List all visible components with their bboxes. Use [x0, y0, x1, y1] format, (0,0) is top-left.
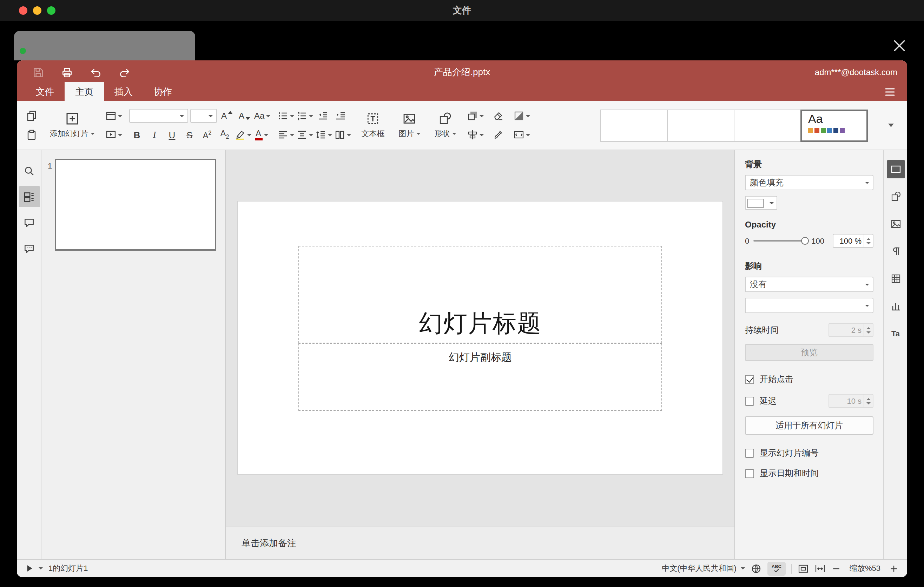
redo-icon[interactable] — [119, 66, 130, 78]
font-name-select[interactable] — [129, 109, 188, 123]
print-icon[interactable] — [61, 66, 73, 78]
show-date-time-row[interactable]: 显示日期和时间 — [745, 468, 873, 480]
undo-icon[interactable] — [90, 66, 102, 78]
search-button[interactable] — [18, 160, 40, 181]
clear-style-button[interactable] — [490, 108, 506, 124]
theme-preview-2[interactable] — [667, 109, 734, 142]
chat-button[interactable] — [18, 238, 40, 259]
paste-button[interactable] — [24, 127, 39, 143]
theme-preview-3[interactable] — [734, 109, 801, 142]
decrease-indent-button[interactable] — [315, 108, 330, 124]
background-color-picker[interactable] — [745, 196, 777, 210]
duration-spinner[interactable] — [864, 324, 873, 336]
opacity-input[interactable]: 100 % — [833, 234, 873, 248]
font-color-button[interactable]: A — [254, 127, 269, 143]
show-date-time-checkbox[interactable] — [745, 469, 754, 478]
table-settings-button[interactable] — [886, 270, 905, 288]
slide-canvas[interactable]: 幻灯片标题 幻灯片副标题 — [238, 201, 723, 474]
theme-preview-selected[interactable]: Aa — [800, 109, 868, 142]
highlight-color-button[interactable] — [234, 127, 251, 143]
traffic-light-zoom[interactable] — [47, 6, 56, 15]
copy-style-button[interactable] — [490, 127, 506, 143]
shape-fill-button[interactable] — [513, 108, 530, 124]
delay-checkbox[interactable] — [745, 396, 754, 406]
superscript-button[interactable]: A2 — [200, 127, 215, 143]
opacity-slider[interactable] — [753, 240, 807, 242]
notes-area[interactable]: 单击添加备注 — [226, 527, 734, 559]
title-placeholder[interactable]: 幻灯片标题 — [299, 246, 662, 343]
copy-button[interactable] — [24, 108, 39, 124]
duration-input[interactable]: 2 s — [828, 323, 873, 337]
bullets-button[interactable] — [277, 108, 294, 124]
italic-button[interactable]: I — [147, 127, 162, 143]
effect-type-select[interactable] — [745, 298, 873, 313]
hamburger-menu-icon[interactable] — [884, 87, 896, 97]
insert-textbox-button[interactable]: 文本框 — [358, 106, 388, 145]
apply-to-all-slides-button[interactable]: 适用于所有幻灯片 — [745, 416, 873, 435]
paragraph-settings-button[interactable] — [886, 242, 905, 261]
show-slide-number-row[interactable]: 显示幻灯片编号 — [745, 447, 873, 459]
decrease-font-button[interactable]: A — [237, 108, 252, 124]
tab-insert[interactable]: 插入 — [104, 82, 143, 101]
effect-select[interactable]: 没有 — [745, 277, 873, 292]
theme-preview-1[interactable] — [600, 109, 668, 142]
start-slideshow-button[interactable] — [105, 127, 122, 143]
tab-file[interactable]: 文件 — [25, 82, 64, 101]
align-shape-button[interactable] — [467, 127, 483, 143]
close-icon[interactable] — [893, 39, 906, 52]
columns-button[interactable] — [334, 127, 351, 143]
traffic-light-minimize[interactable] — [33, 6, 41, 15]
font-size-select[interactable] — [190, 109, 217, 123]
slide-size-button[interactable] — [513, 127, 530, 143]
increase-font-button[interactable]: A — [219, 108, 234, 124]
set-language-button[interactable] — [751, 563, 762, 574]
background-fill-select[interactable]: 颜色填充 — [745, 175, 873, 190]
textart-settings-button[interactable]: Ta — [886, 325, 905, 343]
tab-home[interactable]: 主页 — [64, 82, 104, 101]
vertical-align-button[interactable] — [296, 127, 313, 143]
theme-gallery-expand-button[interactable] — [883, 109, 899, 142]
subscript-button[interactable]: A2 — [217, 127, 233, 143]
insert-shape-button[interactable]: 形状 — [431, 106, 460, 145]
delay-checkbox-row[interactable]: 延迟 10 s — [745, 394, 873, 408]
horizontal-align-button[interactable] — [277, 127, 294, 143]
opacity-spinner[interactable] — [864, 234, 873, 247]
underline-button[interactable]: U — [164, 127, 180, 143]
zoom-out-button[interactable] — [831, 564, 841, 573]
slide-work-area[interactable]: 幻灯片标题 幻灯片副标题 — [226, 150, 734, 527]
arrange-shape-button[interactable] — [467, 108, 483, 124]
change-case-button[interactable]: Aa — [254, 108, 270, 124]
numbering-button[interactable] — [296, 108, 313, 124]
delay-input[interactable]: 10 s — [828, 394, 873, 408]
save-icon[interactable] — [32, 66, 44, 78]
image-settings-button[interactable] — [886, 215, 905, 233]
language-select[interactable]: 中文(中华人民共和国) — [662, 563, 745, 574]
shape-settings-button[interactable] — [886, 188, 905, 206]
add-slide-button[interactable]: 添加幻灯片 — [46, 106, 98, 145]
start-preview-button[interactable] — [25, 564, 43, 573]
bold-button[interactable]: B — [129, 127, 145, 143]
chart-settings-button[interactable] — [886, 297, 905, 315]
slides-panel-button[interactable] — [18, 186, 40, 207]
insert-image-button[interactable]: 图片 — [395, 106, 424, 145]
line-spacing-button[interactable] — [315, 127, 332, 143]
traffic-light-close[interactable] — [19, 6, 27, 15]
strikethrough-button[interactable]: S — [182, 127, 197, 143]
opacity-slider-knob[interactable] — [801, 237, 808, 245]
start-on-click-checkbox[interactable] — [745, 375, 754, 384]
fit-to-width-button[interactable] — [815, 563, 826, 574]
show-slide-number-checkbox[interactable] — [745, 448, 754, 458]
spellcheck-toggle[interactable]: ABC — [767, 561, 786, 575]
tab-collaboration[interactable]: 协作 — [143, 82, 183, 101]
delay-spinner[interactable] — [864, 395, 873, 407]
subtitle-placeholder[interactable]: 幻灯片副标题 — [299, 343, 662, 411]
fit-to-slide-button[interactable] — [798, 563, 809, 574]
zoom-in-button[interactable] — [889, 564, 899, 573]
start-on-click-checkbox-row[interactable]: 开始点击 — [745, 374, 873, 386]
slide-settings-button[interactable] — [886, 160, 905, 178]
slide-thumbnail[interactable] — [55, 159, 216, 251]
increase-indent-button[interactable] — [332, 108, 348, 124]
change-layout-button[interactable] — [105, 108, 122, 124]
preview-button[interactable]: 预览 — [745, 344, 873, 361]
comments-button[interactable] — [18, 212, 40, 233]
